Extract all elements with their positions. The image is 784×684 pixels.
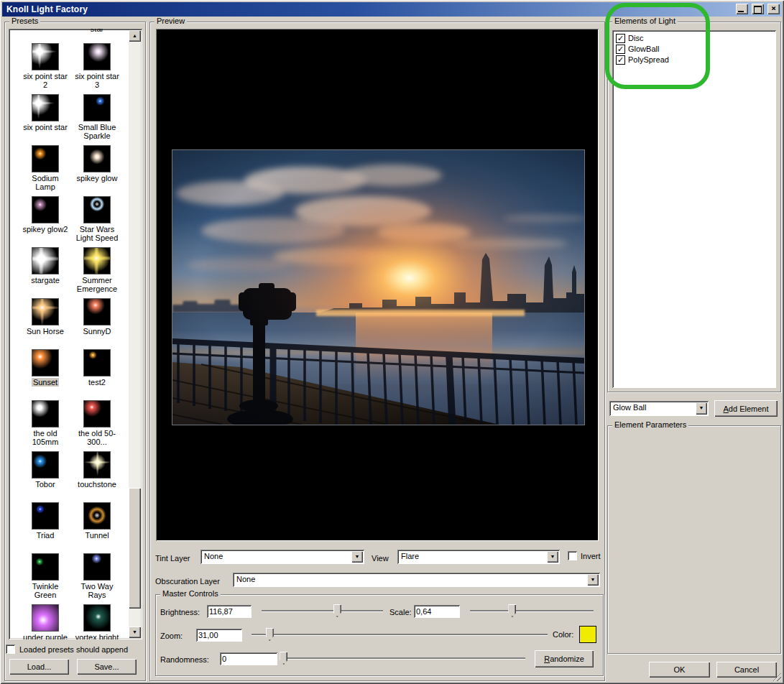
preset-thumbnail[interactable] <box>83 145 111 172</box>
preset-thumbnail[interactable] <box>83 349 111 376</box>
randomize-button[interactable]: Randomize <box>535 650 594 667</box>
preset-item[interactable]: Sunset <box>20 349 70 387</box>
add-element-button[interactable]: Add Element <box>714 400 778 417</box>
preset-item[interactable]: the old 50-300... <box>72 400 122 446</box>
preset-item[interactable]: the old 105mm <box>20 400 70 446</box>
preset-thumbnail[interactable] <box>83 94 111 121</box>
preset-thumbnail[interactable] <box>83 196 111 223</box>
tint-layer-select[interactable]: None ▼ <box>200 550 364 564</box>
preset-list[interactable]: six point star 2six point star 3six poin… <box>9 29 142 639</box>
preset-item[interactable]: under purple <box>20 604 70 639</box>
element-type-select[interactable]: Glow Ball ▼ <box>609 401 709 416</box>
preset-thumbnail[interactable] <box>83 553 111 581</box>
preset-thumbnail[interactable] <box>83 451 111 479</box>
preset-item[interactable]: SunnyD <box>72 298 122 336</box>
preset-thumbnail[interactable] <box>32 298 59 325</box>
load-button[interactable]: Load... <box>9 659 69 675</box>
preset-thumbnail[interactable] <box>83 298 111 325</box>
preset-thumbnail[interactable] <box>32 247 59 274</box>
dropdown-arrow-icon[interactable]: ▼ <box>547 551 558 563</box>
cancel-button[interactable]: Cancel <box>716 662 777 678</box>
preset-item[interactable]: Tobor <box>20 451 70 489</box>
maximize-button[interactable] <box>752 4 764 14</box>
preset-thumbnail[interactable] <box>32 94 59 121</box>
slider-thumb[interactable] <box>280 652 287 665</box>
preset-thumbnail[interactable] <box>83 604 111 632</box>
preset-thumbnail[interactable] <box>32 502 59 530</box>
scale-slider[interactable] <box>470 604 594 618</box>
preset-item[interactable]: touchstone <box>72 451 122 489</box>
element-list-item[interactable]: ✓GlowBall <box>612 44 776 55</box>
preset-thumbnail[interactable] <box>32 349 59 376</box>
dropdown-arrow-icon[interactable]: ▼ <box>587 574 599 586</box>
preset-item[interactable]: Two Way Rays <box>72 553 122 599</box>
slider-track <box>470 610 594 612</box>
preset-item[interactable]: Summer Emergence <box>72 247 122 293</box>
preset-thumbnail[interactable] <box>83 43 111 70</box>
close-button[interactable]: × <box>767 4 780 14</box>
brightness-label: Brightness: <box>160 608 200 616</box>
invert-checkbox[interactable] <box>568 551 577 560</box>
preset-item[interactable]: Twinkle Green <box>20 553 70 599</box>
append-presets-checkbox[interactable] <box>6 644 15 654</box>
preset-thumbnail[interactable] <box>32 400 59 428</box>
preset-label: Two Way Rays <box>72 582 122 599</box>
preset-thumbnail[interactable] <box>83 502 111 530</box>
ok-button[interactable]: OK <box>649 662 710 678</box>
preset-thumbnail[interactable] <box>32 196 59 223</box>
partial-preset-label: star <box>72 29 122 33</box>
dropdown-arrow-icon[interactable]: ▼ <box>696 402 707 415</box>
element-checkbox[interactable]: ✓ <box>616 55 625 65</box>
preset-thumbnail[interactable] <box>32 451 59 479</box>
preset-label: the old 50-300... <box>72 429 122 446</box>
preview-canvas[interactable] <box>156 29 599 541</box>
element-checkbox[interactable]: ✓ <box>616 45 625 54</box>
brightness-slider[interactable] <box>262 604 383 618</box>
preset-item[interactable]: six point star <box>20 94 70 131</box>
zoom-slider[interactable] <box>252 627 548 642</box>
preset-item[interactable]: Tunnel <box>72 502 122 540</box>
preset-label: touchstone <box>76 480 118 489</box>
color-swatch[interactable] <box>579 626 596 643</box>
slider-thumb[interactable] <box>333 604 341 617</box>
element-checkbox[interactable]: ✓ <box>616 34 625 43</box>
preset-item[interactable]: spikey glow2 <box>20 196 70 234</box>
randomness-input[interactable] <box>220 652 277 665</box>
preset-item[interactable]: test2 <box>72 349 122 387</box>
preset-item[interactable]: Triad <box>20 502 70 540</box>
preset-item[interactable]: Star Wars Light Speed <box>72 196 122 242</box>
obscuration-layer-select[interactable]: None ▼ <box>233 573 600 587</box>
zoom-input[interactable] <box>196 629 242 642</box>
preset-item[interactable]: vortex bright <box>72 604 122 639</box>
preset-thumbnail[interactable] <box>32 145 59 172</box>
preset-thumbnail[interactable] <box>83 400 111 428</box>
dropdown-arrow-icon[interactable]: ▼ <box>351 551 363 563</box>
elements-list[interactable]: ✓Disc✓GlowBall✓PolySpread <box>612 30 776 388</box>
slider-thumb[interactable] <box>266 628 274 641</box>
preset-item[interactable]: Sodium Lamp <box>20 145 70 191</box>
preset-thumbnail[interactable] <box>32 604 59 632</box>
element-list-item[interactable]: ✓Disc <box>612 33 776 44</box>
element-list-item[interactable]: ✓PolySpread <box>612 55 776 65</box>
preset-item[interactable]: Small Blue Sparkle <box>72 94 122 140</box>
preset-item[interactable]: spikey glow <box>72 145 122 182</box>
preset-item[interactable]: six point star 3 <box>72 43 122 89</box>
preset-thumbnail[interactable] <box>83 247 111 274</box>
preset-item[interactable]: stargate <box>20 247 70 285</box>
view-select[interactable]: Flare ▼ <box>397 550 560 564</box>
minimize-button[interactable] <box>736 4 748 14</box>
save-button[interactable]: Save... <box>77 659 137 675</box>
preset-thumbnail[interactable] <box>32 553 59 581</box>
slider-thumb[interactable] <box>508 604 516 617</box>
randomness-slider[interactable] <box>281 651 525 665</box>
scale-input[interactable] <box>414 605 460 618</box>
preset-item[interactable]: Sun Horse <box>20 298 70 336</box>
brightness-input[interactable] <box>207 605 252 618</box>
scroll-up-icon[interactable]: ▲ <box>129 30 141 42</box>
scroll-down-icon[interactable]: ▼ <box>129 627 141 638</box>
preset-scrollbar[interactable]: ▲ ▼ <box>129 30 141 638</box>
title-bar[interactable]: Knoll Light Factory × <box>2 2 782 17</box>
preset-thumbnail[interactable] <box>32 43 59 70</box>
scrollbar-thumb[interactable] <box>129 488 141 609</box>
preset-item[interactable]: six point star 2 <box>20 43 70 89</box>
